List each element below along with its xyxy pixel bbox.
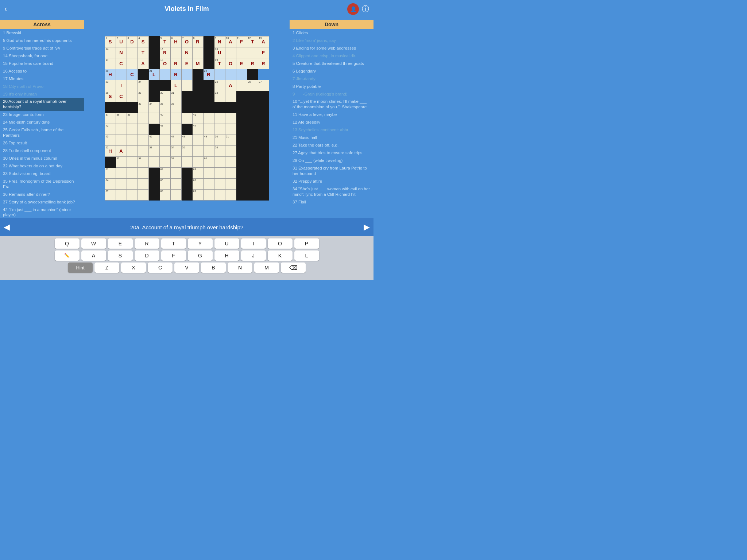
down-clue-3[interactable]: 3 Ending for some web addresses — [290, 44, 374, 52]
grid-cell-1-7[interactable]: N — [181, 47, 192, 58]
grid-cell-10-0[interactable]: 52H — [105, 145, 116, 156]
grid-cell-9-11[interactable]: 51 — [225, 135, 236, 145]
grid-cell-13-3[interactable] — [138, 178, 148, 189]
down-clue-27[interactable]: 27 Agcy. that tries to ensure safe trips — [290, 149, 374, 157]
grid-cell-7-10[interactable] — [214, 113, 225, 124]
grid-cell-9-9[interactable]: 49 — [203, 135, 214, 145]
across-clue-5[interactable]: 5 God who hammered his opponents — [0, 37, 84, 44]
grid-cell-4-14[interactable]: 27 — [258, 80, 269, 91]
grid-cell-3-8[interactable] — [192, 69, 203, 80]
grid-cell-12-7[interactable] — [181, 167, 192, 178]
grid-cell-4-2[interactable] — [127, 80, 138, 91]
grid-cell-11-13[interactable] — [247, 156, 258, 167]
across-clue-28[interactable]: 28 Turtle shell component — [0, 147, 84, 155]
grid-cell-2-14[interactable]: R — [258, 58, 269, 69]
grid-cell-13-1[interactable] — [116, 178, 127, 189]
down-clue-2[interactable]: 2 Like 'mom' jeans, say — [290, 37, 374, 44]
down-clue-10[interactable]: 10 "...yet the moon shines. I'll make __… — [290, 98, 374, 111]
grid-cell-8-0[interactable]: 42 — [105, 124, 116, 135]
key-s[interactable]: S — [108, 250, 133, 261]
down-clue-31[interactable]: 31 Exasperated cry from Laura Petrie to … — [290, 164, 374, 178]
key-u[interactable]: U — [214, 238, 239, 249]
key-h[interactable]: H — [214, 250, 239, 261]
grid-cell-12-4[interactable] — [148, 167, 159, 178]
grid-cell-10-4[interactable]: 53 — [148, 145, 159, 156]
grid-cell-1-8[interactable] — [192, 47, 203, 58]
next-clue-button[interactable]: ▶ — [364, 222, 370, 232]
down-clue-5[interactable]: 5 Creature that threatened three goats — [290, 60, 374, 67]
grid-cell-6-13[interactable] — [247, 102, 258, 113]
grid-cell-10-12[interactable] — [236, 145, 247, 156]
grid-cell-0-3[interactable]: 4S — [138, 36, 148, 47]
grid-cell-5-7[interactable] — [181, 91, 192, 102]
grid-cell-8-13[interactable] — [247, 124, 258, 135]
across-clue-36[interactable]: 36 Remains after dinner? — [0, 191, 84, 198]
grid-cell-5-2[interactable] — [127, 91, 138, 102]
grid-cell-5-1[interactable]: C — [116, 91, 127, 102]
grid-cell-14-14[interactable] — [258, 189, 269, 200]
grid-cell-3-3[interactable] — [138, 69, 148, 80]
key-c[interactable]: C — [148, 262, 173, 273]
grid-cell-2-9[interactable] — [203, 58, 214, 69]
key-k[interactable]: K — [268, 250, 293, 261]
grid-cell-2-13[interactable]: R — [247, 58, 258, 69]
down-clue-37[interactable]: 37 Flail — [290, 198, 374, 206]
grid-cell-14-12[interactable] — [236, 189, 247, 200]
grid-cell-4-0[interactable]: 23 — [105, 80, 116, 91]
grid-cell-4-7[interactable] — [181, 80, 192, 91]
grid-cell-9-4[interactable]: 46 — [148, 135, 159, 145]
grid-cell-12-14[interactable] — [258, 167, 269, 178]
grid-cell-8-11[interactable] — [225, 124, 236, 135]
grid-cell-6-2[interactable] — [127, 102, 138, 113]
grid-cell-0-2[interactable]: 3D — [127, 36, 138, 47]
grid-cell-6-8[interactable] — [192, 102, 203, 113]
grid-cell-13-7[interactable] — [181, 178, 192, 189]
across-clue-19[interactable]: 19 It's only human — [0, 90, 84, 98]
grid-cell-9-0[interactable]: 45 — [105, 135, 116, 145]
key-r[interactable]: R — [135, 238, 159, 249]
grid-cell-7-3[interactable] — [138, 113, 148, 124]
down-clue-22[interactable]: 22 Take the oars off, e.g. — [290, 141, 374, 149]
across-clue-37[interactable]: 37 Story of a sweet-smelling bank job? — [0, 198, 84, 206]
grid-cell-3-6[interactable]: R — [170, 69, 181, 80]
grid-cell-3-2[interactable]: C — [127, 69, 138, 80]
across-clue-20[interactable]: 20 Account of a royal triumph over hards… — [0, 98, 84, 111]
grid-cell-7-9[interactable] — [203, 113, 214, 124]
back-button[interactable]: ‹ — [4, 4, 7, 14]
grid-cell-11-7[interactable] — [181, 156, 192, 167]
grid-cell-10-14[interactable] — [258, 145, 269, 156]
grid-cell-0-13[interactable]: 12T — [247, 36, 258, 47]
grid-cell-6-1[interactable] — [116, 102, 127, 113]
grid-cell-11-5[interactable] — [159, 156, 170, 167]
down-clue-9[interactable]: 9 ___-Grain (Kellogg's brand) — [290, 90, 374, 98]
grid-cell-10-2[interactable] — [127, 145, 138, 156]
grid-cell-14-2[interactable] — [127, 189, 138, 200]
grid-cell-5-8[interactable] — [192, 91, 203, 102]
grid-cell-0-1[interactable]: 2U — [116, 36, 127, 47]
key-q[interactable]: Q — [55, 238, 80, 249]
grid-cell-1-9[interactable] — [203, 47, 214, 58]
grid-cell-3-13[interactable] — [247, 69, 258, 80]
grid-cell-7-6[interactable] — [170, 113, 181, 124]
grid-cell-6-11[interactable] — [225, 102, 236, 113]
grid-cell-12-13[interactable] — [247, 167, 258, 178]
key-y[interactable]: Y — [188, 238, 213, 249]
grid-cell-7-4[interactable] — [148, 113, 159, 124]
grid-cell-10-8[interactable] — [192, 145, 203, 156]
grid-cell-5-10[interactable]: 32 — [214, 91, 225, 102]
grid-cell-4-5[interactable] — [159, 80, 170, 91]
grid-cell-8-9[interactable] — [203, 124, 214, 135]
grid-cell-12-11[interactable] — [225, 167, 236, 178]
grid-cell-3-7[interactable] — [181, 69, 192, 80]
grid-cell-3-10[interactable] — [214, 69, 225, 80]
grid-cell-13-9[interactable] — [203, 178, 214, 189]
info-button[interactable]: ⓘ — [362, 4, 369, 14]
across-clue-1[interactable]: 1 Brewski — [0, 29, 84, 37]
grid-cell-9-6[interactable]: 47 — [170, 135, 181, 145]
grid-cell-0-9[interactable] — [203, 36, 214, 47]
down-clue-13[interactable]: 13 Seychelles' continent: abbr. — [290, 126, 374, 134]
grid-cell-12-8[interactable]: 63 — [192, 167, 203, 178]
across-clue-17[interactable]: 17 Minutes — [0, 75, 84, 83]
grid-cell-4-4[interactable] — [148, 80, 159, 91]
grid-cell-10-3[interactable] — [138, 145, 148, 156]
